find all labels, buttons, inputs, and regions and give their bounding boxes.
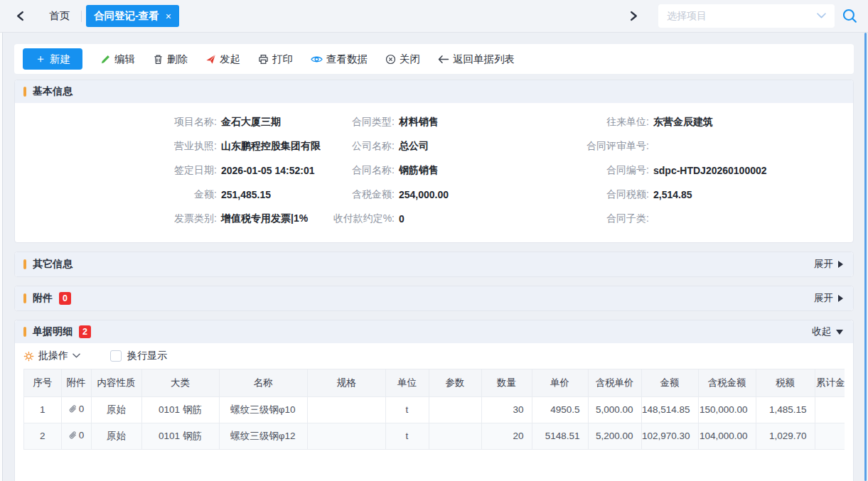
field-value: 254,000.00 — [399, 189, 449, 200]
table-cell: 0101 钢筋 — [141, 396, 219, 423]
table-cell: 148,514.85 — [641, 396, 698, 423]
field-label: 含税金额: — [321, 188, 395, 201]
pencil-icon — [100, 54, 111, 65]
field-value: 材料销售 — [399, 116, 439, 129]
table-cell: 原始 — [91, 396, 141, 423]
table-cell: 螺纹三级钢φ10 — [219, 396, 307, 423]
table-cell: t — [385, 423, 429, 449]
field-label: 合同子类: — [562, 212, 649, 225]
detail-collapse-button[interactable]: 收起 — [812, 325, 843, 338]
section-accent-bar — [23, 87, 26, 97]
tab-divider — [81, 11, 82, 22]
column-header: 数量 — [481, 369, 532, 396]
edit-button[interactable]: 编辑 — [100, 53, 135, 66]
field-value: 钢筋销售 — [399, 164, 439, 177]
back-to-list-button[interactable]: 返回单据列表 — [438, 53, 515, 66]
column-header: 单位 — [385, 369, 429, 396]
new-button-label: 新建 — [50, 53, 70, 66]
other-info-expand-button[interactable]: 展开 — [814, 258, 843, 271]
table-cell — [429, 396, 481, 423]
attachments-expand-button[interactable]: 展开 — [814, 292, 843, 305]
new-button[interactable]: ＋ 新建 — [23, 48, 82, 70]
eye-icon — [311, 55, 323, 64]
field-label: 发票类别: — [23, 212, 217, 225]
close-button[interactable]: 关闭 — [385, 53, 420, 66]
column-header: 序号 — [24, 369, 61, 396]
wrap-display-checkbox[interactable] — [110, 350, 122, 362]
field-value: 2026-01-05 14:52:01 — [221, 165, 315, 176]
table-cell: 原始 — [91, 423, 141, 449]
field-value: 0 — [399, 213, 404, 225]
gear-icon — [23, 351, 34, 362]
column-header: 内容性质 — [91, 369, 141, 396]
contract-view-page: 首页 合同登记-查看 × 选择项目 ＋ 新建 编辑 — [0, 0, 868, 481]
field: 合同税额:2,514.85 — [562, 183, 845, 207]
attachment-link[interactable]: 0 — [68, 404, 85, 414]
chevron-down-icon — [73, 353, 80, 359]
delete-button[interactable]: 删除 — [153, 53, 188, 66]
print-button[interactable]: 打印 — [258, 53, 293, 66]
scrollbar-thumb[interactable] — [864, 33, 867, 481]
column-header: 金额 — [641, 369, 698, 396]
field-label: 合同税额: — [562, 188, 649, 201]
tab-home[interactable]: 首页 — [42, 5, 77, 27]
attachment-count: 0 — [79, 430, 85, 441]
wrap-display-option[interactable]: 换行显示 — [110, 350, 167, 362]
detail-table-container: 序号附件内容性质大类名称规格单位参数数量单价含税单价金额含税金额税额累计金额 1… — [23, 369, 845, 450]
field-label: 营业执照: — [23, 140, 217, 153]
basic-info-fields: 项目名称:金石大厦三期合同类型:材料销售往来单位:东营金辰建筑营业执照:山东鹏程… — [15, 103, 853, 242]
project-select[interactable]: 选择项目 — [658, 4, 835, 28]
attachments-count-badge: 0 — [59, 292, 71, 306]
table-cell: 螺纹三级钢φ12 — [219, 423, 307, 449]
other-info-title: 其它信息 — [33, 258, 73, 271]
forward-chevron-icon[interactable] — [628, 9, 640, 23]
field-value: 增值税专用发票|1% — [221, 212, 308, 225]
field-label: 收付款约定%: — [321, 212, 395, 225]
basic-info-panel: 基本信息 项目名称:金石大厦三期合同类型:材料销售往来单位:东营金辰建筑营业执照… — [14, 80, 854, 243]
table-cell: 5148.51 — [532, 423, 588, 449]
tab-close-icon[interactable]: × — [166, 13, 171, 20]
column-header: 大类 — [141, 369, 219, 396]
back-chevron-icon[interactable] — [14, 9, 26, 23]
field: 收付款约定%:0 — [321, 207, 562, 231]
tab-contract-view[interactable]: 合同登记-查看 × — [86, 5, 179, 27]
initiate-button[interactable]: 发起 — [205, 53, 240, 66]
table-cell — [815, 396, 845, 423]
table-cell: 4950.5 — [532, 396, 588, 423]
search-icon[interactable] — [842, 8, 858, 24]
field: 合同编号:sdpc-HTDJ20260100002 — [562, 158, 845, 183]
table-cell — [815, 423, 845, 449]
tab-contract-view-label: 合同登记-查看 — [94, 9, 159, 23]
table-cell — [429, 423, 481, 449]
table-cell: 0101 钢筋 — [141, 423, 219, 449]
plus-icon: ＋ — [35, 53, 46, 65]
field: 发票类别:增值税专用发票|1% — [23, 207, 321, 231]
field-label: 项目名称: — [23, 116, 217, 129]
column-header: 附件 — [61, 369, 91, 396]
field: 合同类型:材料销售 — [321, 110, 562, 134]
table-cell: 104,000.00 — [698, 423, 756, 449]
field-value: sdpc-HTDJ20260100002 — [653, 165, 767, 176]
field-label: 金额: — [23, 188, 217, 201]
column-header: 名称 — [219, 369, 307, 396]
arrow-left-icon — [438, 55, 449, 64]
field-value: 山东鹏程控股集团有限公司 — [221, 140, 321, 153]
column-header: 单价 — [532, 369, 588, 396]
table-cell: 5,200.00 — [588, 423, 641, 449]
triangle-right-icon — [838, 295, 843, 302]
table-row: 20原始0101 钢筋螺纹三级钢φ12t205148.515,200.00102… — [24, 423, 845, 449]
attachment-link[interactable]: 0 — [68, 430, 85, 441]
batch-operation-button[interactable]: 批操作 — [23, 350, 80, 362]
field-value: 总公司 — [399, 140, 429, 153]
field: 金额:251,485.15 — [23, 183, 321, 207]
table-cell: 0 — [61, 423, 91, 449]
view-data-button[interactable]: 查看数据 — [311, 53, 368, 66]
field: 含税金额:254,000.00 — [321, 183, 562, 207]
detail-header: 单据明细 2 收起 — [15, 320, 853, 343]
detail-panel: 单据明细 2 收起 批操作 换行显示 — [14, 320, 854, 481]
field: 公司名称:总公司 — [321, 134, 562, 158]
printer-icon — [258, 54, 269, 65]
field: 合同评审单号: — [562, 134, 845, 158]
table-cell: 30 — [481, 396, 532, 423]
section-accent-bar — [23, 327, 26, 337]
